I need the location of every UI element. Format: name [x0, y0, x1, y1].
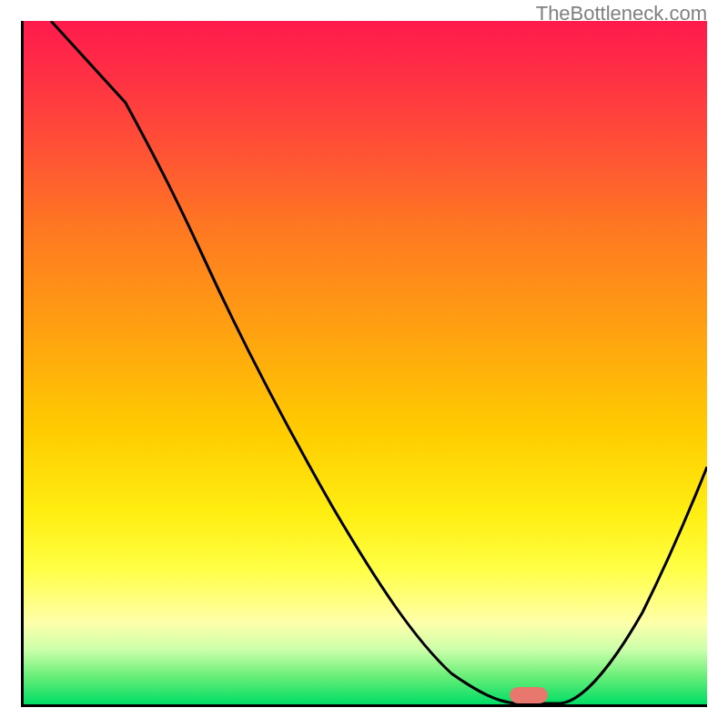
chart-container: TheBottleneck.com	[0, 0, 728, 728]
bottleneck-curve	[51, 21, 707, 703]
optimal-marker	[510, 687, 548, 703]
plot-area	[21, 21, 707, 707]
curve-layer	[24, 21, 707, 704]
